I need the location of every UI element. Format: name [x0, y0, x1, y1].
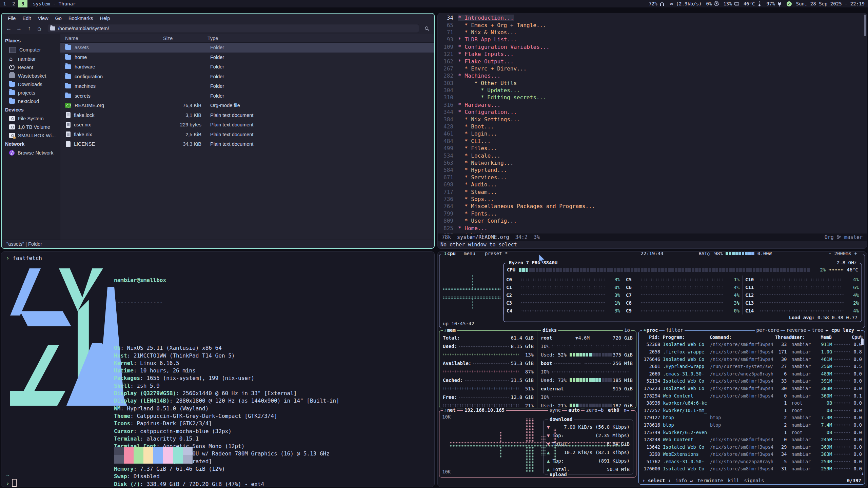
- update-interval[interactable]: - 2000ms +: [827, 251, 859, 256]
- memory-module[interactable]: 13%: [723, 1, 739, 6]
- sidebar-item[interactable]: File System: [2, 114, 60, 123]
- org-outline-line[interactable]: 584 * Hyprland...: [438, 166, 867, 174]
- file-row[interactable]: secrets Folder: [60, 91, 434, 101]
- org-outline-line[interactable]: 316 * Hardware...: [438, 101, 867, 108]
- forward-button[interactable]: →: [15, 24, 23, 33]
- file-row[interactable]: LICENSE 34,3 KiB Plain text document: [60, 139, 434, 149]
- column-name[interactable]: Name: [60, 36, 160, 41]
- file-row[interactable]: user.nix 229 bytes Plain text document: [60, 120, 434, 130]
- shell-prompt[interactable]: ›: [6, 479, 17, 487]
- cpu-box-title[interactable]: cpu: [447, 251, 456, 256]
- back-button[interactable]: ←: [4, 24, 13, 33]
- process-row[interactable]: 178616 btop btop 2 nambiar 7.4M 0.0: [639, 421, 865, 429]
- org-outline-line[interactable]: 267 * Envrc + Direnv...: [438, 65, 867, 72]
- org-outline-line[interactable]: 303 * Other Utils: [438, 80, 867, 87]
- process-row[interactable]: 176000 Isolated Web Co /nix/store/sm8fmr…: [639, 465, 865, 473]
- check-status-icon[interactable]: ✓: [787, 1, 792, 6]
- process-row[interactable]: 179127 btop btop 2 nambiar 7.3M 0.0: [639, 414, 865, 422]
- home-button[interactable]: ⌂: [35, 24, 44, 33]
- workspace-button[interactable]: 3: [18, 0, 27, 7]
- preset-button[interactable]: preset *: [484, 251, 509, 256]
- file-row[interactable]: machines Folder: [60, 81, 434, 91]
- menu-button[interactable]: menu: [462, 251, 477, 256]
- proc-scrollbar-thumb[interactable]: [861, 339, 864, 345]
- org-outline-line[interactable]: 344 * Configuration...: [438, 108, 867, 116]
- net-box-title[interactable]: net: [447, 407, 456, 413]
- file-row[interactable]: README.org 76,4 KiB Org-mode file: [60, 101, 434, 110]
- org-outline-line[interactable]: 71 * Nix & Nixos...: [438, 29, 867, 36]
- org-outline-line[interactable]: 825 * Home...: [438, 224, 867, 231]
- sync-button[interactable]: sync: [548, 407, 562, 413]
- org-buffer[interactable]: 34 * Introduction... 65 * Emacs + Org + …: [438, 13, 867, 233]
- sidebar-item[interactable]: projects: [2, 88, 60, 97]
- signals-action[interactable]: signals: [744, 478, 764, 483]
- column-type[interactable]: Type: [204, 36, 434, 41]
- org-outline-line[interactable]: 461 * Login...: [438, 130, 867, 137]
- org-outline-line[interactable]: 499 * Files...: [438, 145, 867, 152]
- mem-box-title[interactable]: mem: [447, 327, 456, 333]
- process-row[interactable]: 175749 kworker/6:2-even 1 root 0B 0.0: [639, 429, 865, 436]
- org-outline-line[interactable]: 282 * Machines...: [438, 72, 867, 79]
- sidebar-item[interactable]: Downloads: [2, 80, 60, 88]
- sidebar-item[interactable]: Browse Network: [2, 148, 60, 157]
- kill-action[interactable]: kill: [728, 478, 739, 483]
- terminal-content[interactable]: › fastfetch nambiar@smallbox -----------…: [1, 252, 434, 487]
- org-outline-line[interactable]: 384 * Nix Settings...: [438, 116, 867, 123]
- interface-switcher[interactable]: ←b eth0 n→: [597, 407, 631, 413]
- menu-item[interactable]: Go: [53, 15, 64, 22]
- auto-button[interactable]: auto: [567, 407, 581, 413]
- battery-module[interactable]: 97%: [766, 1, 782, 6]
- menu-item[interactable]: File: [5, 15, 18, 22]
- org-outline-line[interactable]: 736 * Sops...: [438, 196, 867, 203]
- process-row[interactable]: 176223 Isolated Web Co /nix/store/sm8fmr…: [639, 385, 865, 392]
- process-row[interactable]: 2658 .firefox-wrappe /nix/store/sm8fmrf3…: [639, 348, 865, 355]
- sidebar-item[interactable]: Computer: [2, 45, 60, 55]
- temperature-module[interactable]: 46°C: [744, 1, 762, 6]
- menu-item[interactable]: Edit: [20, 15, 34, 22]
- org-outline-line[interactable]: 534 * Locale...: [438, 152, 867, 159]
- workspace-button[interactable]: 1: [0, 0, 9, 7]
- network-module[interactable]: ∞ (2.9kb/s): [669, 1, 702, 6]
- process-row[interactable]: 13642 Isolated Web Co /nix/store/sm8fmrf…: [639, 443, 865, 451]
- process-row[interactable]: 178294 Web Content /nix/store/sm8fmrf3wp…: [639, 392, 865, 400]
- scrollbar-thumb[interactable]: [864, 15, 866, 36]
- file-row[interactable]: home Folder: [60, 53, 434, 62]
- process-row[interactable]: 52134 Isolated Web Co /nix/store/sm8fmrf…: [639, 378, 865, 385]
- disks-title[interactable]: disks: [542, 327, 557, 333]
- org-outline-line[interactable]: 428 * Boot...: [438, 123, 867, 130]
- org-outline-line[interactable]: 855 * Waubar...: [438, 232, 867, 233]
- path-bar[interactable]: /home/nambiar/system/: [47, 24, 419, 33]
- terminate-action[interactable]: terminate: [697, 478, 723, 483]
- org-outline-line[interactable]: 671 * Services...: [438, 174, 867, 181]
- file-row[interactable]: hardware Folder: [60, 62, 434, 72]
- org-outline-line[interactable]: 65 * Emacs + Org + Tangle...: [438, 21, 867, 28]
- org-outline-line[interactable]: 121 * Flake Inputs...: [438, 50, 867, 58]
- reverse-button[interactable]: reverse: [785, 327, 808, 333]
- sidebar-item[interactable]: Recent: [2, 63, 60, 72]
- process-row[interactable]: 176646 Isolated Web Co /nix/store/sm8fmr…: [639, 355, 865, 363]
- sidebar-item[interactable]: nextcloud: [2, 97, 60, 105]
- menu-item[interactable]: View: [35, 15, 51, 22]
- org-outline-line[interactable]: 162 * Flake Output...: [438, 58, 867, 65]
- process-row[interactable]: 52368 Isolated Web Co /nix/store/sm8fmrf…: [639, 341, 865, 348]
- process-row[interactable]: 38936 kworker/u64:6-kc 1 root 0B 0.0: [639, 399, 865, 407]
- file-row[interactable]: configuration Folder: [60, 72, 434, 82]
- tree-button[interactable]: tree: [810, 327, 825, 333]
- file-row[interactable]: flake.nix 2,5 KiB Plain text document: [60, 130, 434, 140]
- clock[interactable]: Sun, 28 Sep 2025 - 22:19: [796, 1, 865, 6]
- process-row[interactable]: 2601 .Hyprland-wrapp /run/current-system…: [639, 363, 865, 370]
- org-outline-line[interactable]: 809 * User Config...: [438, 217, 867, 224]
- org-outline-line[interactable]: 698 * Audio...: [438, 181, 867, 188]
- org-outline-line[interactable]: 563 * Networking...: [438, 159, 867, 166]
- process-row[interactable]: 3390 WebExtensions /nix/store/sm8fmrf3wp…: [639, 451, 865, 458]
- workspace-button[interactable]: 2: [9, 0, 18, 7]
- org-outline-line[interactable]: 310 * Editing secrets...: [438, 94, 867, 101]
- up-button[interactable]: ↑: [25, 24, 34, 33]
- menu-item[interactable]: Bookmarks: [66, 15, 96, 22]
- sidebar-item[interactable]: SMALLBOX Wi...: [2, 131, 60, 140]
- volume-module[interactable]: 72%: [649, 1, 664, 6]
- proc-box-title[interactable]: proc: [647, 327, 658, 333]
- scroll-down-indicator[interactable]: ↓: [861, 471, 864, 476]
- org-outline-line[interactable]: 717 * Steam...: [438, 188, 867, 195]
- sidebar-item[interactable]: Wastebasket: [2, 72, 60, 80]
